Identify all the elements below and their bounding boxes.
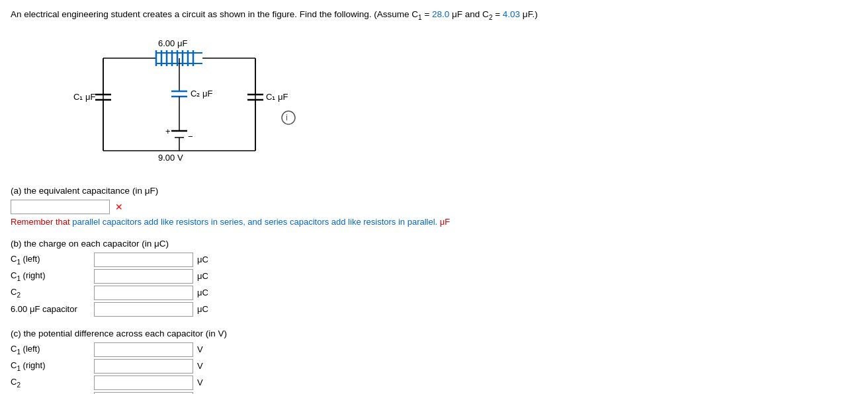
part-c-label: (c) the potential difference across each… (11, 329, 857, 338)
part-a-label: (a) the equivalent capacitance (in μF) (11, 186, 857, 196)
part-a-input[interactable] (11, 200, 110, 214)
part-b-input-0[interactable] (94, 253, 193, 267)
part-b-unit-0: μC (197, 255, 208, 264)
part-c-input-1[interactable] (94, 359, 193, 374)
part-c-row-1: C1 (right) V (11, 359, 857, 374)
part-b-unit-3: μC (197, 304, 208, 314)
part-b-row-0: C1 (left) μC (11, 253, 857, 267)
val2: 4.03 (503, 9, 520, 19)
part-a-input-row: ✕ (11, 200, 857, 214)
part-b-input-1[interactable] (94, 269, 193, 284)
part-b-label-0: C1 (left) (11, 254, 90, 266)
circuit-diagram: 6.00 μF C₁ μF C₂ μF + − 9.00 V (11, 32, 857, 174)
part-b-label-3: 6.00 μF capacitor (11, 304, 90, 314)
part-c-row-2: C2 V (11, 375, 857, 390)
part-c-label-1: C1 (right) (11, 360, 90, 372)
part-b-row-3: 6.00 μF capacitor μC (11, 302, 857, 317)
c1-right-label: C₁ μF (266, 92, 288, 102)
part-b-label: (b) the charge on each capacitor (in μC) (11, 239, 857, 249)
part-c-label-2: C2 (11, 377, 90, 389)
part-b-unit-1: μC (197, 271, 208, 281)
part-c-input-0[interactable] (94, 342, 193, 357)
part-b-row-2: C2 μC (11, 286, 857, 300)
c1-left-label: C₁ μF (73, 92, 95, 102)
part-b: (b) the charge on each capacitor (in μC)… (11, 239, 857, 317)
part-b-unit-2: μC (197, 288, 208, 297)
part-b-input-3[interactable] (94, 302, 193, 317)
val1: 28.0 (432, 9, 449, 19)
part-b-input-2[interactable] (94, 286, 193, 300)
part-b-row-1: C1 (right) μC (11, 269, 857, 284)
voltage-label: 9.00 V (158, 153, 183, 163)
part-c: (c) the potential difference across each… (11, 329, 857, 394)
error-icon: ✕ (115, 202, 123, 212)
part-c-input-2[interactable] (94, 375, 193, 390)
circuit-svg: 6.00 μF C₁ μF C₂ μF + − 9.00 V (50, 32, 302, 174)
info-icon[interactable] (282, 111, 295, 124)
svg-text:i: i (286, 112, 288, 122)
part-c-row-0: C1 (left) V (11, 342, 857, 357)
svg-text:+: + (165, 126, 171, 136)
part-c-unit-2: V (197, 377, 203, 387)
hint-text: Remember that parallel capacitors add li… (11, 217, 857, 227)
problem-statement: An electrical engineering student create… (11, 8, 857, 22)
svg-text:−: − (188, 132, 193, 141)
part-c-unit-0: V (197, 344, 203, 354)
part-c-unit-1: V (197, 361, 203, 371)
part-b-label-1: C1 (right) (11, 270, 90, 282)
cap-top-label: 6.00 μF (158, 38, 187, 48)
part-a: (a) the equivalent capacitance (in μF) ✕… (11, 186, 857, 227)
part-b-label-2: C2 (11, 287, 90, 299)
c2-label: C₂ μF (191, 89, 212, 98)
part-c-label-0: C1 (left) (11, 344, 90, 356)
